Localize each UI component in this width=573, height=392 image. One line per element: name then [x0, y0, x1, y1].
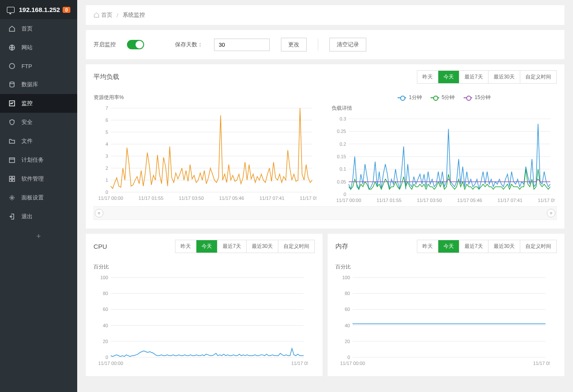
svg-point-9 [11, 197, 13, 199]
legend-5min[interactable]: 5分钟 [431, 94, 455, 101]
tab-today[interactable]: 今天 [438, 71, 459, 83]
breadcrumb-home[interactable]: 首页 [93, 11, 112, 19]
sidebar-item-label: 网站 [21, 44, 33, 51]
svg-text:0: 0 [344, 192, 346, 197]
tab-yesterday[interactable]: 昨天 [417, 240, 438, 253]
svg-text:0.15: 0.15 [337, 154, 346, 159]
svg-text:0: 0 [106, 355, 108, 360]
svg-text:0: 0 [106, 190, 108, 195]
tab-yesterday[interactable]: 昨天 [175, 240, 196, 253]
tab-custom[interactable]: 自定义时间 [278, 240, 314, 253]
keep-days-input[interactable] [214, 39, 270, 51]
sidebar-header: 192.168.1.252 0 [0, 0, 77, 19]
chart-load-detail: .leg-mark:nth-child(1)::after{border-col… [332, 94, 557, 205]
svg-text:60: 60 [345, 307, 350, 312]
legend-1min[interactable]: .leg-mark:nth-child(1)::after{border-col… [398, 94, 422, 101]
legend-15min[interactable]: 15分钟 [464, 94, 491, 101]
divider [318, 39, 318, 51]
tab-30days[interactable]: 最近30天 [489, 71, 520, 83]
tab-custom[interactable]: 自定义时间 [520, 240, 556, 253]
shield-icon [9, 119, 15, 126]
tab-custom[interactable]: 自定义时间 [520, 71, 556, 83]
svg-text:11/17 07:41: 11/17 07:41 [259, 196, 284, 201]
svg-text:11/17 00:00: 11/17 00:00 [98, 361, 123, 366]
globe-icon [9, 44, 15, 51]
notification-badge[interactable]: 0 [63, 7, 70, 13]
svg-text:60: 60 [103, 307, 108, 312]
sidebar-item-file[interactable]: 文件 [0, 132, 77, 151]
tab-30days[interactable]: 最近30天 [247, 240, 278, 253]
tab-today[interactable]: 今天 [438, 240, 459, 253]
enable-toggle[interactable] [127, 40, 144, 49]
sidebar-item-label: 文件 [21, 137, 33, 145]
sidebar-item-label: FTP [21, 63, 32, 69]
panel-title: 内存 [335, 242, 348, 250]
svg-text:0.2: 0.2 [340, 142, 346, 147]
sidebar-item-ftp[interactable]: FTP [0, 57, 77, 75]
svg-rect-5 [9, 176, 12, 178]
svg-text:20: 20 [345, 339, 350, 344]
tab-7days[interactable]: 最近7天 [459, 71, 489, 83]
sidebar-item-soft[interactable]: 软件管理 [0, 169, 77, 188]
calendar-icon [9, 157, 15, 163]
clear-button[interactable]: 清空记录 [329, 38, 366, 51]
svg-text:5: 5 [106, 130, 108, 135]
tab-today[interactable]: 今天 [196, 240, 217, 253]
svg-text:11/17 09:36: 11/17 09:36 [538, 198, 555, 203]
main-content: 首页 / 系统监控 开启监控 保存天数： 更改 清空记录 平均负载 昨天 今天 … [77, 0, 573, 392]
tab-30days[interactable]: 最近30天 [489, 240, 520, 253]
home-icon [9, 25, 15, 32]
svg-rect-7 [9, 179, 12, 181]
keep-label: 保存天数： [175, 41, 203, 48]
sidebar-item-db[interactable]: 数据库 [0, 75, 77, 94]
sidebar-item-security[interactable]: 安全 [0, 113, 77, 132]
svg-text:11/17 05:46: 11/17 05:46 [219, 196, 244, 201]
svg-text:11/17 09:36: 11/17 09:36 [533, 361, 550, 366]
svg-rect-8 [12, 179, 15, 181]
chart-icon [9, 100, 15, 107]
time-tabs: 昨天 今天 最近7天 最近30天 自定义时间 [417, 70, 557, 84]
svg-rect-6 [12, 176, 15, 178]
svg-text:100: 100 [342, 275, 350, 280]
breadcrumb-sep: / [117, 12, 118, 18]
svg-text:80: 80 [103, 291, 108, 296]
sidebar-item-monitor[interactable]: 监控 [0, 94, 77, 113]
sidebar-item-logout[interactable]: 退出 [0, 207, 77, 226]
sidebar-item-home[interactable]: 首页 [0, 19, 77, 38]
sidebar-item-label: 计划任务 [21, 156, 44, 164]
svg-rect-4 [9, 158, 15, 163]
svg-text:11/17 03:50: 11/17 03:50 [179, 196, 204, 201]
database-icon [9, 81, 15, 88]
svg-text:40: 40 [103, 323, 108, 328]
sidebar-item-cron[interactable]: 计划任务 [0, 151, 77, 169]
grid-icon [9, 175, 15, 182]
server-ip: 192.168.1.252 [19, 6, 63, 13]
panel-mem: 内存 昨天 今天 最近7天 最近30天 自定义时间 百分比 0204060801… [328, 234, 564, 376]
sidebar-add[interactable]: + [0, 226, 77, 247]
tab-7days[interactable]: 最近7天 [459, 240, 489, 253]
svg-text:11/17 00:00: 11/17 00:00 [98, 196, 123, 201]
zoom-handle-left[interactable]: = [95, 209, 103, 217]
sidebar-item-panel[interactable]: 面板设置 [0, 188, 77, 207]
svg-text:3: 3 [106, 154, 108, 159]
save-button[interactable]: 更改 [281, 38, 307, 51]
tab-7days[interactable]: 最近7天 [217, 240, 247, 253]
logout-icon [9, 213, 15, 220]
svg-text:0.05: 0.05 [337, 179, 346, 184]
svg-text:100: 100 [100, 275, 108, 280]
sidebar-item-label: 软件管理 [21, 175, 44, 183]
svg-text:2: 2 [106, 166, 108, 171]
sidebar-item-site[interactable]: 网站 [0, 38, 77, 57]
svg-text:11/17 07:41: 11/17 07:41 [498, 198, 522, 203]
tab-yesterday[interactable]: 昨天 [417, 71, 438, 83]
sidebar-item-label: 面板设置 [21, 194, 44, 202]
zoom-slider[interactable]: = = [93, 206, 557, 220]
svg-text:0: 0 [347, 355, 350, 360]
sidebar-item-label: 安全 [21, 118, 33, 126]
panel-title: CPU [93, 243, 107, 250]
panel-cpu: CPU 昨天 今天 最近7天 最近30天 自定义时间 百分比 020406080… [86, 234, 323, 376]
folder-icon [9, 138, 15, 145]
time-tabs: 昨天 今天 最近7天 最近30天 自定义时间 [175, 240, 315, 253]
zoom-handle-right[interactable]: = [547, 209, 555, 217]
ftp-icon [9, 63, 15, 69]
